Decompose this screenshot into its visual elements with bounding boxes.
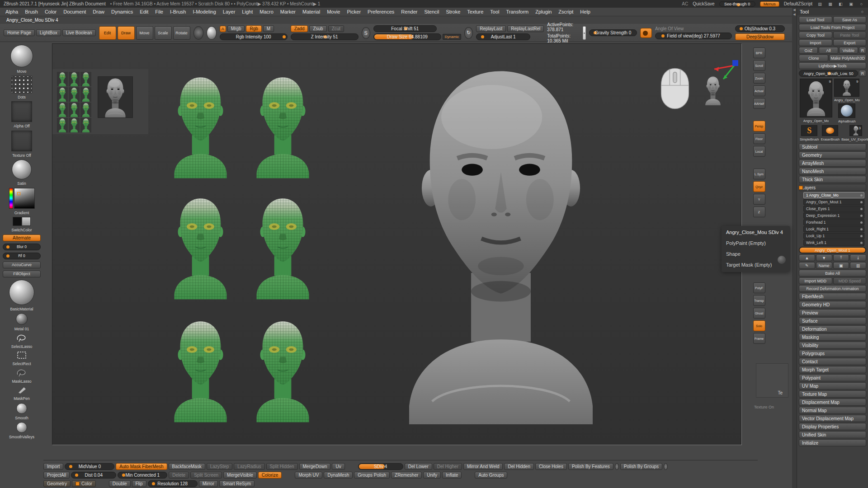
home-page-button[interactable]: Home Page: [4, 29, 35, 36]
default-zscript-button[interactable]: DefaultZScript: [784, 1, 812, 6]
z-intensity-slider[interactable]: Z Intensity 51: [291, 33, 359, 40]
mini-head-thumb[interactable]: [69, 103, 80, 117]
right-shelf-button[interactable]: Ghost: [753, 308, 765, 319]
saturation-square[interactable]: [14, 188, 35, 209]
tool-section-header[interactable]: FiberMesh: [799, 293, 866, 300]
menu-item[interactable]: Stencil: [424, 9, 439, 14]
menu-item[interactable]: I-Modeling: [193, 9, 216, 14]
vertical-mini-slider[interactable]: [583, 26, 586, 40]
move-tool-icon[interactable]: [10, 45, 33, 67]
document-canvas[interactable]: [52, 43, 741, 445]
bottom-shelf-item[interactable]: Polish By Features: [568, 463, 613, 470]
menu-item[interactable]: Alpha: [5, 9, 18, 14]
smooth-brush-icon[interactable]: [16, 403, 27, 414]
blur-slider[interactable]: Blur 0: [3, 244, 41, 250]
color-picker[interactable]: [9, 188, 35, 209]
rotate-button[interactable]: Rotate: [173, 26, 190, 40]
tool-section-header[interactable]: NanoMesh: [799, 168, 866, 175]
tool-section-header[interactable]: Displacement Map: [799, 399, 866, 406]
bottom-shelf-item[interactable]: Auto Mask FiberMesh: [116, 463, 167, 470]
mini-head-thumb[interactable]: [57, 118, 68, 132]
camera-icon[interactable]: [640, 28, 652, 38]
obj-shadow-slider[interactable]: ObjShadow 0.3: [735, 25, 785, 32]
layer-tool-button[interactable]: ✎: [799, 262, 815, 269]
bottom-shelf-item[interactable]: Geometry: [43, 480, 71, 487]
clone-button[interactable]: Clone: [799, 55, 828, 61]
quicksave-button[interactable]: QuickSave: [693, 1, 714, 6]
context-menu-item[interactable]: Target Mask (Empty): [726, 262, 786, 267]
tool-section-header[interactable]: Geometry: [799, 151, 866, 159]
menu-item[interactable]: Material: [302, 9, 320, 14]
right-shelf-button[interactable]: Local: [753, 146, 765, 157]
bottom-shelf-item[interactable]: ProjectAll: [43, 472, 70, 479]
layer-head-preview[interactable]: [250, 73, 316, 179]
bottom-shelf-item[interactable]: Del Lower: [405, 463, 432, 470]
zcut-button[interactable]: Zcut: [328, 25, 344, 32]
alpha-off-icon[interactable]: [11, 101, 32, 122]
tool-section-header[interactable]: Unified Skin: [799, 431, 866, 438]
tool-section-header[interactable]: Initialize: [799, 439, 866, 446]
replay-last-rel-button[interactable]: ReplayLastRel: [507, 25, 544, 32]
layer-head-preview[interactable]: [168, 73, 233, 179]
palette-icon[interactable]: ▣: [848, 1, 854, 6]
menu-item[interactable]: Brush: [25, 9, 38, 14]
menu-item[interactable]: Layer: [223, 9, 236, 14]
panel-menu-icon[interactable]: ○: [859, 9, 865, 14]
gray-head-thumb[interactable]: [98, 76, 133, 118]
bottom-shelf-item[interactable]: Smart ReSym: [219, 480, 255, 487]
bottom-shelf-item[interactable]: Split Screen: [190, 472, 222, 479]
tool-section-header[interactable]: Contact: [799, 358, 866, 365]
export-button[interactable]: Export: [833, 39, 867, 46]
menu-item[interactable]: Document: [63, 9, 86, 14]
right-shelf-button[interactable]: BPR: [753, 47, 765, 58]
deep-shadow-button[interactable]: DeepShadow: [735, 33, 785, 40]
bottom-shelf-item[interactable]: Color: [72, 480, 96, 487]
draw-size-slider[interactable]: Draw Size 64.88109: [373, 33, 441, 40]
panel-divider[interactable]: ◀◀: [792, 8, 797, 488]
accucurve-button[interactable]: AccuCurve: [3, 262, 41, 268]
load-tool-button[interactable]: Load Tool: [799, 16, 832, 23]
mini-head-thumb[interactable]: [57, 87, 68, 102]
current-tool-thumb[interactable]: 9: [800, 79, 832, 117]
tool-name-slider[interactable]: Angry_Open_Mouth_Low. 50: [799, 70, 858, 77]
smooth-valleys-icon[interactable]: [16, 422, 27, 433]
record-deformation-button[interactable]: Record Deformation Animation: [799, 285, 866, 292]
fillobject-button[interactable]: FillObject: [3, 271, 41, 277]
stroke-preview-icon[interactable]: [207, 26, 217, 40]
brush-preview-icon[interactable]: [193, 26, 203, 40]
bottom-shelf-item[interactable]: Resolution 128: [148, 480, 198, 487]
mdd-speed-button[interactable]: MDD Speed: [833, 277, 867, 284]
stroke-curve-icon[interactable]: S: [362, 27, 370, 39]
bottom-shelf-item[interactable]: Uv: [332, 463, 344, 470]
right-shelf-button[interactable]: Zoom: [753, 73, 765, 84]
menu-item[interactable]: Help: [580, 9, 590, 14]
right-shelf-button[interactable]: Scroll: [753, 60, 765, 71]
edit-button[interactable]: Edit: [99, 26, 116, 40]
rf-slider[interactable]: Rf 0: [3, 253, 41, 259]
bottom-shelf-item[interactable]: Auto Groups: [475, 472, 507, 479]
bottom-shelf-item[interactable]: Groups Polish: [354, 472, 390, 479]
right-shelf-button[interactable]: AAHalf: [753, 98, 765, 109]
menu-item[interactable]: Macro: [259, 9, 274, 14]
tool-section-header[interactable]: Texture Map: [799, 390, 866, 398]
mini-head-thumb[interactable]: [57, 72, 68, 86]
replay-last-button[interactable]: ReplayLast: [476, 25, 506, 32]
mask-lasso-icon[interactable]: [16, 368, 28, 377]
context-menu-item[interactable]: Shape: [726, 251, 786, 257]
live-boolean-button[interactable]: Live Boolean: [62, 29, 96, 36]
right-shelf-button[interactable]: Transp: [753, 295, 765, 306]
tool-section-header[interactable]: Polygroups: [799, 350, 866, 357]
bottom-shelf-item[interactable]: LazyRadius: [234, 463, 264, 470]
bottom-shelf-item[interactable]: Import: [43, 463, 63, 470]
draw-button[interactable]: Draw: [118, 26, 135, 40]
select-rect-icon[interactable]: [16, 351, 28, 360]
goz-visible-button[interactable]: Visible: [839, 47, 858, 54]
bake-all-button[interactable]: Bake All: [799, 270, 866, 277]
eraser-brush-thumb[interactable]: [822, 125, 838, 136]
tool-section-header[interactable]: Polypaint: [799, 374, 866, 381]
paste-tool-button[interactable]: Paste Tool: [833, 32, 867, 38]
layer-intensity-slider[interactable]: Angry_Open_Mout 1: [799, 247, 866, 253]
move-button[interactable]: Move: [136, 26, 153, 40]
tool-section-header[interactable]: UV Map: [799, 382, 866, 389]
tool-section-header[interactable]: Normal Map: [799, 407, 866, 414]
